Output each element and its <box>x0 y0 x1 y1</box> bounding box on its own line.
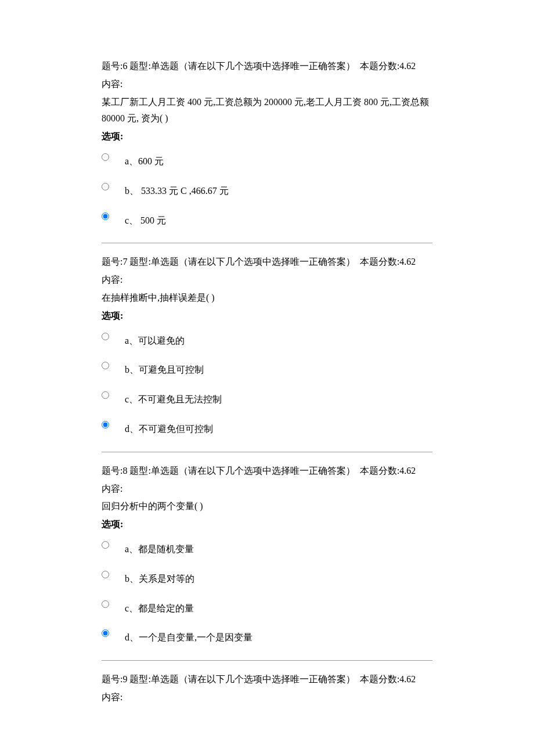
question-score: 本题分数:4.62 <box>360 61 416 71</box>
option-text: a、600 元 <box>122 149 164 170</box>
option-text: b、关系是对等的 <box>122 566 194 588</box>
option-text: b、 533.33 元 C ,466.67 元 <box>122 178 229 200</box>
divider <box>102 660 432 661</box>
option-row: a、可以避免的 <box>102 328 432 350</box>
option-text: c、不可避免且无法控制 <box>122 387 222 408</box>
question-type: 题型:单选题（请在以下几个选项中选择唯一正确答案） <box>129 466 355 476</box>
question-type: 题型:单选题（请在以下几个选项中选择唯一正确答案） <box>129 61 355 71</box>
option-radio[interactable] <box>102 213 109 220</box>
options-label: 选项: <box>102 308 432 325</box>
option-text: d、不可避免但可控制 <box>122 416 213 438</box>
question-number: 7 <box>122 257 127 267</box>
option-text: c、都是给定的量 <box>122 596 194 617</box>
content-label: 内容: <box>102 272 432 289</box>
option-row: b、可避免且可控制 <box>102 357 432 379</box>
question-7: 题号:7 题型:单选题（请在以下几个选项中选择唯一正确答案） 本题分数:4.62… <box>102 254 432 437</box>
question-content: 回归分析中的两个变量( ) <box>102 498 432 515</box>
option-text: c、 500 元 <box>122 208 166 229</box>
question-type: 题型:单选题（请在以下几个选项中选择唯一正确答案） <box>129 257 355 267</box>
option-text: a、都是随机变量 <box>122 537 194 558</box>
option-row: b、关系是对等的 <box>102 566 432 588</box>
option-row: c、 500 元 <box>102 208 432 229</box>
question-number-prefix: 题号: <box>102 674 122 684</box>
options-label: 选项: <box>102 128 432 145</box>
question-number-prefix: 题号: <box>102 466 122 476</box>
question-header: 题号:6 题型:单选题（请在以下几个选项中选择唯一正确答案） 本题分数:4.62 <box>102 58 432 75</box>
question-6: 题号:6 题型:单选题（请在以下几个选项中选择唯一正确答案） 本题分数:4.62… <box>102 58 432 229</box>
option-row: d、一个是自变量,一个是因变量 <box>102 625 432 646</box>
option-text: b、可避免且可控制 <box>122 357 204 379</box>
question-number-prefix: 题号: <box>102 61 122 71</box>
option-row: b、 533.33 元 C ,466.67 元 <box>102 178 432 200</box>
divider <box>102 243 432 243</box>
option-radio[interactable] <box>102 421 109 429</box>
option-row: c、都是给定的量 <box>102 596 432 617</box>
question-number: 8 <box>122 466 127 476</box>
option-row: c、不可避免且无法控制 <box>102 387 432 408</box>
content-label: 内容: <box>102 481 432 498</box>
option-radio[interactable] <box>102 391 109 399</box>
option-radio[interactable] <box>102 362 109 369</box>
option-row: d、不可避免但可控制 <box>102 416 432 438</box>
question-8: 题号:8 题型:单选题（请在以下几个选项中选择唯一正确答案） 本题分数:4.62… <box>102 463 432 646</box>
divider <box>102 452 432 452</box>
question-header: 题号:9 题型:单选题（请在以下几个选项中选择唯一正确答案） 本题分数:4.62 <box>102 671 432 688</box>
question-score: 本题分数:4.62 <box>360 466 416 476</box>
option-text: a、可以避免的 <box>122 328 185 350</box>
option-radio[interactable] <box>102 153 109 161</box>
option-row: a、都是随机变量 <box>102 537 432 558</box>
option-radio[interactable] <box>102 629 109 637</box>
question-header: 题号:7 题型:单选题（请在以下几个选项中选择唯一正确答案） 本题分数:4.62 <box>102 254 432 271</box>
question-number: 6 <box>122 61 127 71</box>
option-radio[interactable] <box>102 333 109 340</box>
content-label: 内容: <box>102 76 432 93</box>
question-number-prefix: 题号: <box>102 257 122 267</box>
question-score: 本题分数:4.62 <box>360 674 416 684</box>
question-number: 9 <box>122 674 127 684</box>
question-header: 题号:8 题型:单选题（请在以下几个选项中选择唯一正确答案） 本题分数:4.62 <box>102 463 432 480</box>
question-9: 题号:9 题型:单选题（请在以下几个选项中选择唯一正确答案） 本题分数:4.62… <box>102 671 432 706</box>
question-content: 某工厂新工人月工资 400 元,工资总额为 200000 元,老工人月工资 80… <box>102 94 432 128</box>
content-label: 内容: <box>102 689 432 706</box>
option-radio[interactable] <box>102 571 109 578</box>
question-content: 在抽样推断中,抽样误差是( ) <box>102 290 432 307</box>
option-row: a、600 元 <box>102 149 432 170</box>
option-text: d、一个是自变量,一个是因变量 <box>122 625 252 646</box>
option-radio[interactable] <box>102 183 109 190</box>
question-type: 题型:单选题（请在以下几个选项中选择唯一正确答案） <box>129 674 355 684</box>
question-score: 本题分数:4.62 <box>360 257 416 267</box>
option-radio[interactable] <box>102 600 109 608</box>
option-radio[interactable] <box>102 541 109 549</box>
options-label: 选项: <box>102 516 432 533</box>
